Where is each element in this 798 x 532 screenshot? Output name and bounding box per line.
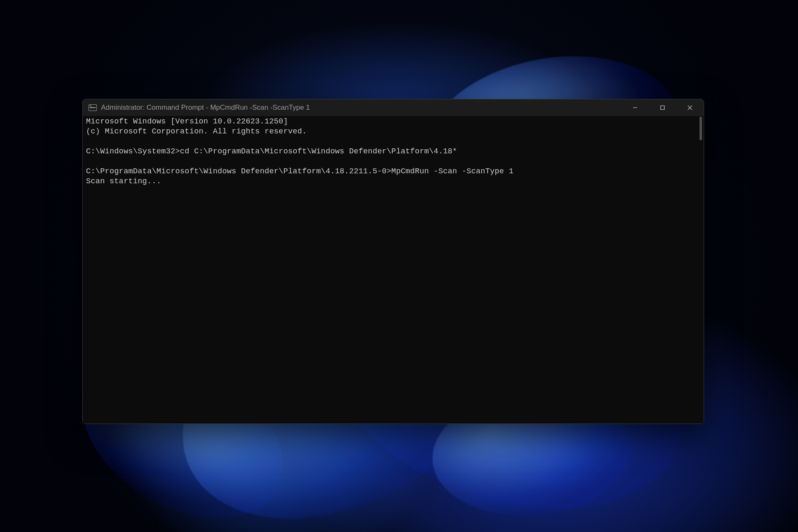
vertical-scrollbar[interactable] <box>698 117 703 422</box>
maximize-button[interactable] <box>649 99 676 116</box>
terminal-line <box>86 157 700 167</box>
window-title: Administrator: Command Prompt - MpCmdRun… <box>101 103 310 112</box>
maximize-icon <box>660 105 665 110</box>
terminal-line: C:\Windows\System32>cd C:\ProgramData\Mi… <box>86 147 700 157</box>
minimize-button[interactable] <box>621 99 649 116</box>
terminal-line: Microsoft Windows [Version 10.0.22623.12… <box>86 117 700 127</box>
window-controls <box>621 99 704 116</box>
close-button[interactable] <box>676 99 704 116</box>
minimize-icon <box>633 105 638 110</box>
close-icon <box>687 105 692 110</box>
terminal-line: Scan starting... <box>86 177 700 187</box>
terminal-line <box>86 137 700 147</box>
terminal-line: (c) Microsoft Corporation. All rights re… <box>86 127 700 137</box>
svg-rect-1 <box>661 106 665 110</box>
terminal-line: C:\ProgramData\Microsoft\Windows Defende… <box>86 167 700 177</box>
terminal-output[interactable]: Microsoft Windows [Version 10.0.22623.12… <box>83 116 704 424</box>
window-titlebar[interactable]: Administrator: Command Prompt - MpCmdRun… <box>83 99 704 116</box>
scrollbar-thumb[interactable] <box>699 117 702 140</box>
cmd-prompt-icon <box>89 104 97 111</box>
command-prompt-window: Administrator: Command Prompt - MpCmdRun… <box>82 99 704 424</box>
